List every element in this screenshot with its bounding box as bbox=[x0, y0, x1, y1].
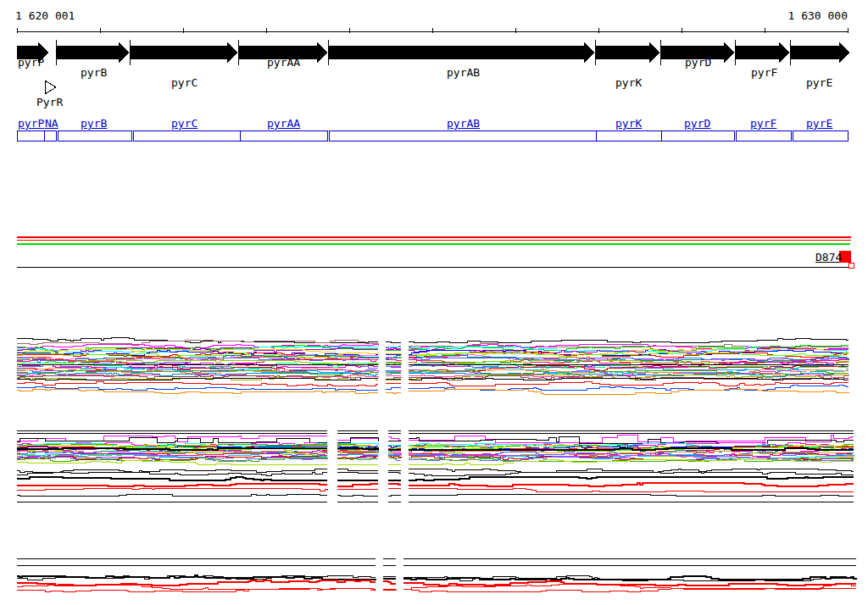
gene-label-pyrAB: pyrAB bbox=[447, 67, 480, 78]
gene-label-pyrK: pyrK bbox=[615, 77, 642, 88]
ruler bbox=[17, 28, 848, 33]
gene-arrow-pyrB[interactable] bbox=[57, 42, 129, 63]
feature-label-pyrD: pyrD bbox=[684, 118, 710, 129]
gene-arrow-pyrF[interactable] bbox=[736, 42, 789, 63]
feature-box-8[interactable] bbox=[737, 131, 792, 142]
feature-label-pyrAA: pyrAA bbox=[267, 118, 300, 129]
feature-label-pyrF: pyrF bbox=[750, 118, 776, 129]
gene-label-pyrC: pyrC bbox=[171, 77, 198, 88]
gene-label-pyrAA: pyrAA bbox=[267, 57, 300, 68]
feature-label-NA: NA bbox=[45, 118, 58, 129]
gene-arrow-pyrE[interactable] bbox=[791, 42, 849, 63]
feature-box-6[interactable] bbox=[597, 131, 662, 142]
conservation-band-middle-line-9 bbox=[17, 477, 854, 480]
gene-label-pyrF: pyrF bbox=[751, 67, 777, 78]
marker-label-D874: D874 bbox=[815, 252, 842, 263]
feature-box-0[interactable] bbox=[18, 131, 45, 142]
feature-box-4[interactable] bbox=[241, 131, 328, 142]
conservation-band-middle-line-12 bbox=[17, 495, 854, 497]
conservation-band-upper bbox=[17, 338, 849, 395]
conservation-band-middle-line-11 bbox=[17, 489, 854, 492]
genome-atlas-view: 1 620 001 1 630 000 pyrP pyrB pyrC pyrAA… bbox=[0, 0, 868, 605]
conservation-band-upper-line-5 bbox=[17, 382, 849, 386]
gene-arrow-pyrC[interactable] bbox=[131, 42, 237, 63]
feature-label-pyrP: pyrP bbox=[18, 118, 44, 129]
feature-label-pyrB: pyrB bbox=[81, 118, 107, 129]
conservation-band-upper-line-0 bbox=[17, 338, 849, 343]
tracks-canvas bbox=[0, 0, 868, 605]
gene-label-pyrR: PyrR bbox=[36, 97, 63, 108]
gene-label-pyrP: pyrP bbox=[18, 57, 44, 68]
gene-label-pyrD: pyrD bbox=[685, 57, 711, 68]
feature-label-pyrK: pyrK bbox=[615, 118, 642, 129]
gene-label-pyrE: pyrE bbox=[806, 77, 832, 88]
feature-box-1[interactable] bbox=[45, 131, 57, 142]
gene-label-pyrB: pyrB bbox=[81, 67, 107, 78]
gene-arrow-pyrK[interactable] bbox=[596, 42, 659, 63]
ruler-start-label: 1 620 001 bbox=[15, 10, 75, 21]
conservation-band-middle-line-2 bbox=[17, 436, 854, 443]
feature-box-2[interactable] bbox=[58, 131, 132, 142]
conservation-band-middle-line-7 bbox=[17, 469, 854, 473]
feature-box-9[interactable] bbox=[793, 131, 849, 142]
feature-label-pyrC: pyrC bbox=[171, 118, 198, 129]
feature-box-3[interactable] bbox=[134, 131, 241, 142]
feature-box-5[interactable] bbox=[330, 131, 597, 142]
conservation-band-middle-line-10 bbox=[17, 483, 854, 486]
feature-label-pyrE: pyrE bbox=[806, 118, 832, 129]
gene-arrows-track bbox=[17, 40, 849, 94]
conservation-band-middle-line-8 bbox=[17, 473, 854, 476]
conservation-band-lower bbox=[17, 559, 856, 592]
marker-small-box bbox=[849, 264, 854, 269]
ruler-end-label: 1 630 000 bbox=[788, 10, 848, 21]
gene-arrow-pyrAB[interactable] bbox=[329, 42, 594, 63]
gene-arrow-PyrR-open[interactable] bbox=[45, 80, 56, 94]
feature-boxes-track bbox=[18, 131, 849, 142]
feature-box-7[interactable] bbox=[662, 131, 735, 142]
feature-label-pyrAB: pyrAB bbox=[447, 118, 480, 129]
conservation-band-middle bbox=[17, 431, 854, 502]
